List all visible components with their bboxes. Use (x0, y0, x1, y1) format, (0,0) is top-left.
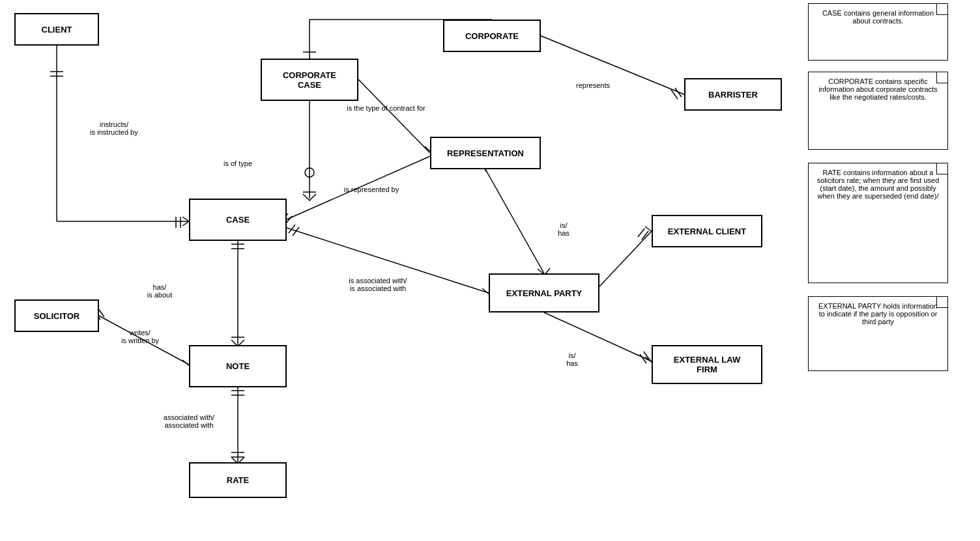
corporate-label: CORPORATE (465, 31, 519, 41)
corporate-note: CORPORATE contains specific information … (808, 72, 948, 150)
external-party-entity: EXTERNAL PARTY (489, 273, 599, 312)
case-label: CASE (226, 215, 250, 225)
representation-label: REPRESENTATION (447, 148, 524, 158)
client-label: CLIENT (42, 25, 72, 35)
rate-entity: RATE (189, 462, 287, 498)
case-entity: CASE (189, 199, 287, 241)
svg-line-27 (289, 225, 295, 233)
svg-line-12 (358, 79, 430, 153)
corporate-entity: CORPORATE (443, 20, 541, 52)
note-label: NOTE (226, 361, 250, 371)
solicitor-label: SOLICITOR (34, 311, 80, 321)
corporate-case-label: CORPORATECASE (283, 70, 336, 90)
represents-label: represents (567, 81, 619, 89)
external-law-firm-label: EXTERNAL LAWFIRM (674, 355, 740, 374)
barrister-label: BARRISTER (708, 90, 758, 100)
case-note: CASE contains general information about … (808, 3, 948, 61)
external-client-label: EXTERNAL CLIENT (668, 227, 746, 236)
ext-party-note-text: EXTERNAL PARTY holds information to indi… (818, 302, 938, 326)
svg-line-31 (642, 231, 648, 240)
corporate-note-text: CORPORATE contains specific information … (818, 77, 937, 101)
corporate-case-entity: CORPORATECASE (261, 59, 358, 101)
rate-note: RATE contains information about a solici… (808, 163, 948, 283)
ext-party-note: EXTERNAL PARTY holds information to indi… (808, 296, 948, 371)
case-note-text: CASE contains general information about … (822, 9, 934, 25)
is-type-contract-label: is the type of contract for (329, 104, 443, 112)
writes-label: writes/is written by (101, 329, 179, 344)
solicitor-entity: SOLICITOR (14, 299, 99, 332)
is-has-firm-label: is/has (553, 352, 592, 367)
associated-with-label: associated with/associated with (147, 413, 231, 429)
svg-point-7 (305, 168, 314, 177)
svg-line-28 (293, 227, 299, 236)
client-entity: CLIENT (14, 13, 99, 46)
svg-line-33 (640, 354, 646, 363)
external-party-label: EXTERNAL PARTY (506, 288, 583, 298)
note-entity: NOTE (189, 345, 287, 387)
svg-line-29 (599, 231, 652, 286)
instructs-label: instructs/is instructed by (72, 120, 156, 136)
is-has-client-label: is/has (544, 221, 583, 237)
diagram: CLIENT CORPORATECASE CORPORATE BARRISTER… (0, 0, 980, 541)
is-of-type-label: is of type (209, 160, 267, 167)
svg-line-17 (485, 169, 544, 273)
svg-line-34 (644, 352, 650, 361)
svg-line-30 (638, 229, 644, 237)
external-law-firm-entity: EXTERNAL LAWFIRM (652, 345, 762, 384)
external-client-entity: EXTERNAL CLIENT (652, 215, 762, 247)
has-about-label: has/is about (130, 283, 189, 299)
is-associated-label: is associated with/is associated with (319, 277, 437, 292)
is-represented-by-label: is represented by (319, 186, 424, 193)
representation-entity: REPRESENTATION (430, 137, 541, 169)
barrister-entity: BARRISTER (684, 78, 782, 111)
rate-label: RATE (227, 475, 249, 485)
svg-line-15 (671, 90, 678, 99)
svg-line-16 (675, 88, 682, 97)
rate-note-text: RATE contains information about a solici… (817, 169, 940, 200)
